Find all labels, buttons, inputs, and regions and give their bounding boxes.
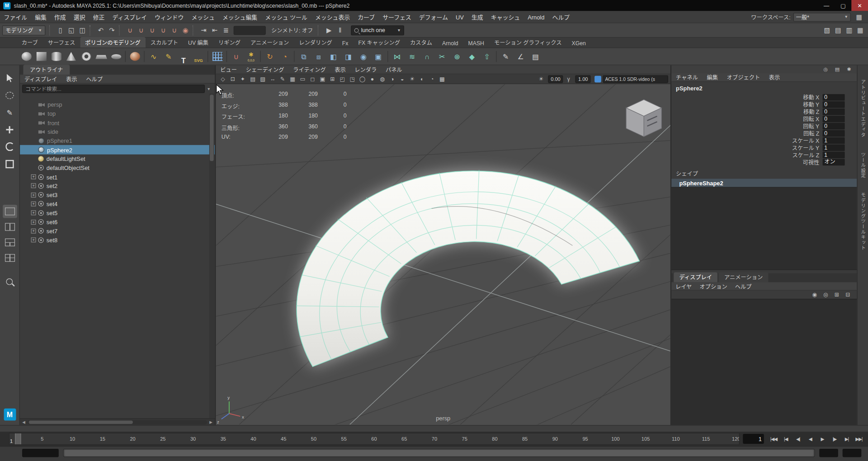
shelf-tab[interactable]: カーブ xyxy=(17,37,43,47)
film-gate-icon[interactable]: ▭ xyxy=(298,75,307,84)
wedge-shelf[interactable]: ◔ xyxy=(277,49,292,64)
grease-pencil-icon[interactable]: ✎ xyxy=(278,75,288,84)
expand-icon[interactable] xyxy=(31,147,36,152)
expand-icon[interactable]: + xyxy=(31,193,36,198)
viewport-menu-item[interactable]: レンダラ xyxy=(350,65,382,73)
use-default-material-icon[interactable]: ◒ xyxy=(397,75,407,84)
poly-sphere-shelf[interactable] xyxy=(19,49,34,64)
menu-item[interactable]: 生成 xyxy=(467,11,487,23)
step-forward-frame-button[interactable]: ▶| xyxy=(841,434,853,444)
undo-icon[interactable]: ↶ xyxy=(95,24,106,35)
snap-point-icon[interactable]: ∪ xyxy=(146,24,157,35)
outliner-tab[interactable]: アウトライナ xyxy=(23,65,70,75)
viewport-menu-item[interactable]: シェーディング xyxy=(241,65,288,73)
scroll-left-icon[interactable]: ◀ xyxy=(20,420,28,424)
outliner-row[interactable]: pSphere2 xyxy=(20,145,215,154)
shadows-icon[interactable]: ◐ xyxy=(417,75,427,84)
workspace-select[interactable]: 一般* ▼ xyxy=(793,13,851,22)
attribute-value-field[interactable]: 1 xyxy=(823,151,845,158)
menu-item[interactable]: UV xyxy=(452,11,467,23)
outliner-row[interactable]: defaultObjectSet xyxy=(20,163,215,172)
split-pane-layout[interactable] xyxy=(3,236,17,249)
range-slider-thumb[interactable] xyxy=(65,450,813,456)
outliner-row[interactable]: + set2 xyxy=(20,181,215,190)
camera-attributes-icon[interactable]: ✦ xyxy=(238,75,248,84)
layer-visibility-icon[interactable]: ◉ xyxy=(810,290,819,299)
viewport-menu-item[interactable]: パネル xyxy=(381,65,406,73)
outliner-vertical-scrollbar[interactable] xyxy=(209,94,214,419)
pencil-curve-shelf[interactable]: ✎ xyxy=(161,49,176,64)
save-scene-icon[interactable]: ◫ xyxy=(77,24,88,35)
dock-tab[interactable]: ツール設定 xyxy=(859,152,866,178)
poly-cone-shelf[interactable] xyxy=(64,49,79,64)
attribute-value-field[interactable]: 0 xyxy=(823,130,845,136)
expand-icon[interactable]: + xyxy=(31,211,36,216)
menu-item[interactable]: メッシュ xyxy=(188,11,219,23)
step-forward-key-button[interactable]: |▶ xyxy=(829,434,840,444)
anti-alias-icon[interactable]: ▩ xyxy=(437,75,447,84)
outliner-menu-item[interactable]: ディスプレイ xyxy=(20,75,61,83)
range-slider-track[interactable] xyxy=(63,449,815,457)
poly-plane-shelf[interactable] xyxy=(94,49,108,64)
outliner-row[interactable]: + set6 xyxy=(20,217,215,226)
target-weld-shelf[interactable]: ⊕ xyxy=(449,49,464,64)
mirror-shelf[interactable]: ⋈ xyxy=(390,49,405,64)
menu-item[interactable]: ファイル xyxy=(0,11,31,23)
menu-item[interactable]: ディスプレイ xyxy=(108,11,151,23)
single-pane-layout[interactable] xyxy=(3,205,17,218)
channel-box-menu-item[interactable]: オブジェクト xyxy=(722,73,764,81)
close-button[interactable]: ✕ xyxy=(851,0,868,11)
expand-icon[interactable] xyxy=(31,102,36,107)
outliner-row[interactable]: + set4 xyxy=(20,199,215,208)
bevel-shelf[interactable]: ◆ xyxy=(464,49,479,64)
outliner-row[interactable]: side xyxy=(20,127,215,136)
play-backward-button[interactable]: ◀ xyxy=(804,434,816,444)
gamma-icon[interactable]: γ xyxy=(564,75,573,84)
ao-icon[interactable]: ◔ xyxy=(427,75,437,84)
make-live-icon[interactable]: ◉ xyxy=(180,24,191,35)
menu-item[interactable]: 編集 xyxy=(31,11,51,23)
search-box[interactable]: lunch one ▼ xyxy=(351,25,405,35)
four-pane-layout[interactable] xyxy=(3,251,17,264)
lasso-tool[interactable] xyxy=(3,88,17,103)
outliner-row[interactable]: + set7 xyxy=(20,226,215,235)
lighting-icon[interactable]: ☀ xyxy=(407,75,417,84)
shelf-tab[interactable]: アニメーション xyxy=(245,37,294,47)
safe-action-icon[interactable]: ◰ xyxy=(338,75,347,84)
input-connections-icon[interactable]: ⇥ xyxy=(198,24,209,35)
expand-icon[interactable] xyxy=(31,111,36,116)
shelf-tab[interactable]: カスタム xyxy=(405,37,437,47)
channel-box-menu-item[interactable]: チャネル xyxy=(671,73,702,81)
outliner-horizontal-scrollbar[interactable]: ◀ ▶ xyxy=(20,419,215,425)
dock-tab[interactable]: モデリングツールキット xyxy=(859,193,866,250)
select-tool[interactable] xyxy=(3,71,17,85)
toggle-attribute-editor-icon[interactable]: ▤ xyxy=(833,24,844,35)
add-empty-layer-icon[interactable]: ⊞ xyxy=(832,290,841,299)
shelf-tab[interactable]: モーション グラフィックス xyxy=(489,37,567,47)
viewport-menu-item[interactable]: ライティング xyxy=(288,65,330,73)
outliner-row[interactable]: + set3 xyxy=(20,190,215,199)
new-scene-icon[interactable]: ▯ xyxy=(55,24,66,35)
separator[interactable] xyxy=(259,49,263,64)
live-surface-field[interactable] xyxy=(234,26,266,35)
shelf-tab[interactable]: スカルプト xyxy=(146,37,183,47)
shelf-tab[interactable]: Arnold xyxy=(437,39,463,47)
view-transform-select[interactable]: ACES 1.0 SDR-video (s xyxy=(603,75,668,83)
maximize-button[interactable]: ▢ xyxy=(835,0,852,11)
menu-item[interactable]: 選択 xyxy=(70,11,89,23)
boolean-union-shelf[interactable]: ◧ xyxy=(326,49,341,64)
expand-icon[interactable]: + xyxy=(31,202,36,207)
menu-item[interactable]: Arnold xyxy=(524,11,548,23)
smooth-shade-icon[interactable]: ● xyxy=(368,75,377,84)
boolean-intersect-shelf[interactable]: ◉ xyxy=(356,49,371,64)
bridge-shelf[interactable]: ∩ xyxy=(420,49,434,64)
combine-shelf[interactable]: ⧉ xyxy=(296,49,311,64)
outliner-row[interactable]: front xyxy=(20,118,215,127)
time-ruler[interactable]: 5101520253035404550556065707580859095100… xyxy=(9,433,740,445)
separator[interactable] xyxy=(123,49,127,64)
lattice-shelf[interactable] xyxy=(210,49,225,64)
range-end-field[interactable] xyxy=(819,449,838,457)
poly-torus-shelf[interactable] xyxy=(79,49,94,64)
two-pane-layout[interactable] xyxy=(3,220,17,233)
expand-icon[interactable]: + xyxy=(31,174,36,179)
